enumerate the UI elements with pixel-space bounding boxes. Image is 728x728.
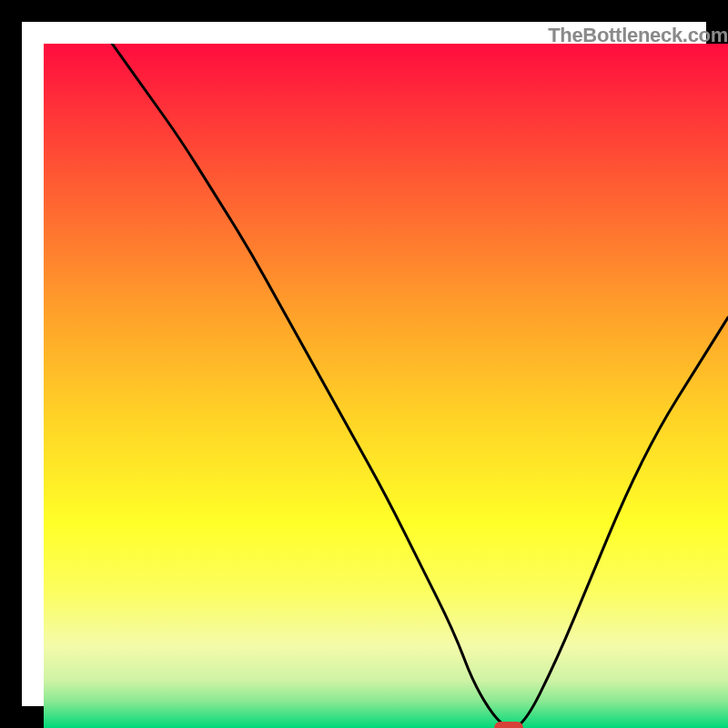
plot-area: TheBottleneck.com — [44, 44, 728, 728]
optimal-point-marker — [494, 722, 523, 728]
chart-frame: TheBottleneck.com — [0, 0, 728, 728]
bottleneck-curve — [44, 44, 728, 728]
